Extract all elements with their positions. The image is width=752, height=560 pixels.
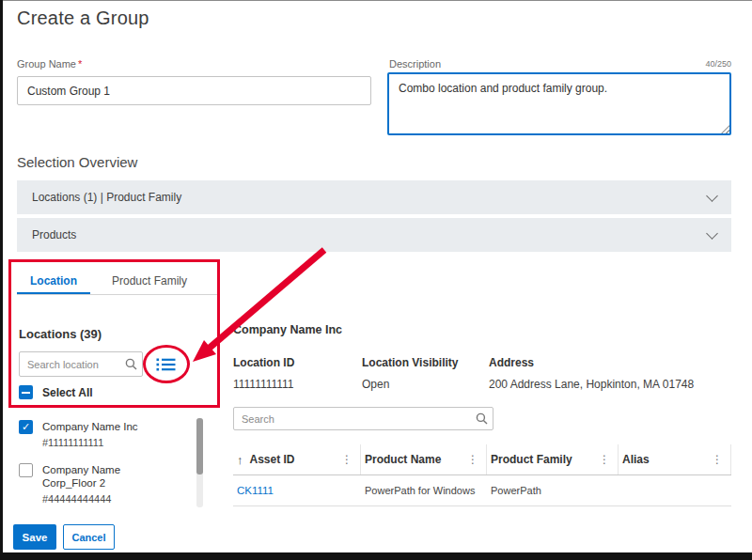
- field-value: Open: [362, 378, 458, 391]
- product-name-cell: PowerPath for Windows: [361, 485, 487, 496]
- column-header-product-family[interactable]: Product Family ⋮: [487, 444, 619, 474]
- column-header-alias[interactable]: Alias ⋮: [619, 444, 731, 474]
- group-name-label: Group Name*: [17, 58, 82, 70]
- field-value: 11111111111: [233, 378, 294, 391]
- accordion-label: Products: [32, 228, 76, 241]
- list-view-button[interactable]: [151, 351, 180, 377]
- bulleted-list-icon: [156, 357, 176, 372]
- frame-border-top: [0, 0, 752, 1]
- asset-id-link[interactable]: CK1111: [233, 485, 361, 496]
- selection-overview-heading: Selection Overview: [17, 154, 137, 170]
- company-name: Company Name Inc: [233, 323, 342, 336]
- chevron-down-icon: [706, 190, 718, 202]
- description-textarea[interactable]: Combo location and product family group.: [387, 72, 731, 135]
- location-name: Company Name Corp_Floor 2: [42, 463, 136, 490]
- asset-search: [233, 407, 494, 430]
- page-title: Create a Group: [17, 8, 149, 29]
- field-value: 200 Address Lane, Hopkinton, MA 01748: [489, 378, 694, 391]
- asset-search-input[interactable]: [233, 407, 494, 430]
- accordion-label: Locations (1) | Product Family: [32, 191, 181, 204]
- annotation-arrow: [179, 242, 338, 369]
- cancel-button[interactable]: Cancel: [63, 524, 115, 550]
- list-item: ✓ Company Name Inc #11111111111: [19, 420, 194, 449]
- table-row: CK1111 PowerPath for Windows PowerPath: [233, 475, 731, 506]
- tab-location[interactable]: Location: [17, 267, 90, 294]
- locations-list: ✓ Company Name Inc #11111111111 Company …: [19, 420, 194, 507]
- location-visibility-field: Location Visibility Open: [362, 356, 458, 391]
- location-search: [19, 351, 143, 377]
- column-menu-icon[interactable]: ⋮: [465, 453, 480, 466]
- column-header-product-name[interactable]: Product Name ⋮: [361, 444, 487, 474]
- field-label: Address: [489, 356, 694, 369]
- column-header-asset-id[interactable]: ↑ Asset ID ⋮: [233, 444, 361, 474]
- create-group-page: Create a Group Group Name* Description 4…: [0, 0, 752, 560]
- list-scrollbar-thumb[interactable]: [196, 418, 203, 474]
- location-id: #44444444444: [42, 493, 136, 506]
- select-all-row: Select All: [19, 385, 93, 399]
- list-item: Company Name Corp_Floor 2 #44444444444: [19, 463, 194, 506]
- list-scrollbar[interactable]: [196, 418, 203, 507]
- char-counter: 40/250: [389, 59, 731, 69]
- location-id-field: Location ID 11111111111: [233, 356, 294, 391]
- column-menu-icon[interactable]: ⋮: [710, 453, 725, 466]
- location-checkbox-unchecked[interactable]: [19, 463, 33, 477]
- column-menu-icon[interactable]: ⋮: [339, 453, 354, 466]
- select-all-label: Select All: [42, 386, 93, 399]
- field-label: Location Visibility: [362, 356, 458, 369]
- assets-table: ↑ Asset ID ⋮ Product Name ⋮ Product Fami…: [233, 444, 731, 506]
- accordion-products[interactable]: Products: [17, 218, 731, 252]
- search-icon: [476, 412, 488, 425]
- tab-product-family[interactable]: Product Family: [90, 267, 209, 294]
- save-button[interactable]: Save: [13, 524, 56, 550]
- sort-ascending-icon: ↑: [237, 453, 243, 467]
- locations-count-heading: Locations (39): [19, 327, 102, 341]
- location-name: Company Name Inc: [42, 420, 138, 433]
- frame-border-bottom: [0, 552, 752, 560]
- address-field: Address 200 Address Lane, Hopkinton, MA …: [489, 356, 694, 391]
- group-name-input[interactable]: [17, 76, 371, 105]
- accordion-locations-product-family[interactable]: Locations (1) | Product Family: [17, 180, 731, 214]
- location-id: #11111111111: [42, 437, 138, 449]
- search-icon: [125, 358, 137, 370]
- chevron-down-icon: [706, 227, 718, 240]
- table-header-row: ↑ Asset ID ⋮ Product Name ⋮ Product Fami…: [233, 444, 731, 475]
- product-family-cell: PowerPath: [487, 485, 619, 496]
- left-panel-tabstrip: Location Product Family: [17, 267, 218, 295]
- column-menu-icon[interactable]: ⋮: [597, 453, 612, 466]
- location-checkbox-checked[interactable]: ✓: [19, 420, 33, 434]
- required-asterisk: *: [78, 58, 82, 70]
- frame-border-left: [0, 0, 3, 560]
- select-all-checkbox[interactable]: [19, 385, 33, 399]
- field-label: Location ID: [233, 356, 294, 369]
